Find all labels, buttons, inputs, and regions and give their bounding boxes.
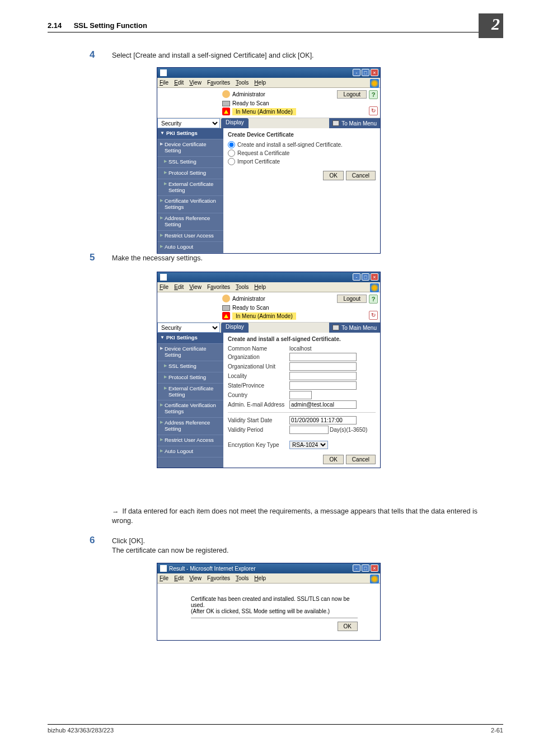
menu-help[interactable]: Help (254, 575, 266, 581)
encryption-select[interactable]: RSA-1024 (289, 441, 328, 449)
step-5-note: →If data entered for each item does not … (112, 507, 489, 526)
menu-view[interactable]: View (189, 284, 202, 290)
section-select[interactable]: Security (157, 323, 220, 333)
content-title: Create Device Certificate (228, 132, 376, 138)
tab-display[interactable]: Display (221, 323, 249, 333)
printer-icon (222, 305, 230, 311)
arrow-icon: → (112, 507, 119, 517)
footer-page: 2-61 (491, 727, 503, 734)
page-footer: bizhub 423/363/283/223 2-61 (48, 724, 503, 734)
refresh-icon[interactable]: ↻ (369, 106, 378, 115)
sidebar-pki-settings[interactable]: PKI Settings (157, 333, 223, 344)
state-input[interactable] (289, 381, 357, 390)
refresh-icon[interactable]: ↻ (369, 311, 378, 320)
sidebar-cert-verification[interactable]: Certificate Verification Settings (157, 196, 223, 213)
form-title: Create and install a self-signed Certifi… (228, 336, 376, 342)
result-ok-button[interactable]: OK (338, 622, 358, 631)
sidebar-address-reference[interactable]: Address Reference Setting (157, 213, 223, 231)
encryption-label: Encryption Key Type (228, 442, 289, 448)
organization-input[interactable] (289, 353, 357, 361)
ou-input[interactable] (289, 362, 357, 371)
start-date-input[interactable] (289, 416, 357, 424)
radio-import-cert[interactable]: Import Certificate (228, 158, 376, 165)
menu-tools[interactable]: Tools (236, 284, 249, 290)
email-label: Admin. E-mail Address (228, 402, 289, 408)
sidebar-pki-settings[interactable]: PKI Settings (157, 128, 223, 139)
menu-favorites[interactable]: Favorites (207, 284, 230, 290)
email-input[interactable] (289, 400, 357, 409)
to-main-menu-label: To Main Menu (341, 120, 377, 127)
cancel-button[interactable]: Cancel (346, 171, 376, 180)
close-button[interactable]: × (371, 273, 378, 281)
help-icon[interactable]: ? (369, 295, 378, 304)
menu-view[interactable]: View (189, 575, 202, 581)
help-icon[interactable]: ? (369, 90, 378, 99)
sidebar-restrict-user[interactable]: Restrict User Access (157, 435, 223, 446)
sidebar-ssl-setting[interactable]: SSL Setting (157, 157, 223, 168)
to-main-menu-button[interactable]: To Main Menu (329, 118, 380, 128)
status-ready: Ready to Scan (232, 100, 269, 106)
minimize-button[interactable]: ‐ (353, 564, 360, 572)
sidebar-external-cert-setting[interactable]: External Certificate Setting (157, 179, 223, 197)
section-select[interactable]: Security (157, 118, 220, 128)
maximize-button[interactable]: □ (362, 69, 369, 76)
warning-icon (222, 108, 230, 115)
panel-top: Administrator Logout ? Ready to Scan In … (157, 292, 380, 323)
mode-banner: In Menu (Admin Mode) (232, 312, 296, 320)
country-input[interactable] (289, 391, 312, 399)
minimize-button[interactable]: ‐ (353, 69, 360, 76)
menu-edit[interactable]: Edit (174, 284, 184, 290)
radio-request-cert[interactable]: Request a Certificate (228, 150, 376, 157)
footer-model: bizhub 423/363/283/223 (48, 727, 114, 734)
minimize-button[interactable]: ‐ (353, 273, 360, 281)
menu-tools[interactable]: Tools (236, 80, 249, 86)
ok-button[interactable]: OK (323, 171, 343, 180)
content-create-cert: Create Device Certificate Create and ins… (223, 128, 380, 253)
close-button[interactable]: × (371, 69, 378, 76)
locality-input[interactable] (289, 372, 357, 380)
divider (228, 412, 376, 413)
menu-help[interactable]: Help (254, 80, 266, 86)
menu-bar: File Edit View Favorites Tools Help (157, 573, 380, 584)
maximize-button[interactable]: □ (362, 273, 369, 281)
to-main-menu-button[interactable]: To Main Menu (329, 323, 380, 333)
menu-help[interactable]: Help (254, 284, 266, 290)
validity-period-input[interactable] (289, 426, 329, 434)
sidebar-device-cert-setting[interactable]: Device Certificate Setting (157, 344, 223, 361)
sidebar-auto-logout[interactable]: Auto Logout (157, 242, 223, 253)
menu-tools[interactable]: Tools (236, 575, 249, 581)
menu-edit[interactable]: Edit (174, 80, 184, 86)
sidebar-protocol-setting[interactable]: Protocol Setting (157, 168, 223, 179)
sidebar-protocol-setting[interactable]: Protocol Setting (157, 372, 223, 384)
menu-file[interactable]: File (160, 284, 168, 290)
sidebar-external-cert-setting[interactable]: External Certificate Setting (157, 384, 223, 401)
sidebar-cert-verification[interactable]: Certificate Verification Settings (157, 400, 223, 418)
step-6-text: Click [OK]. The certificate can now be r… (112, 536, 489, 556)
maximize-button[interactable]: □ (362, 564, 369, 572)
logout-button[interactable]: Logout (337, 295, 367, 303)
tab-display[interactable]: Display (221, 118, 249, 128)
close-button[interactable]: × (371, 564, 378, 572)
sidebar-address-reference[interactable]: Address Reference Setting (157, 418, 223, 435)
common-name-value: localhost (289, 346, 311, 352)
logout-button[interactable]: Logout (337, 90, 367, 99)
step-5-number: 5 (90, 252, 95, 263)
menu-favorites[interactable]: Favorites (207, 575, 230, 581)
menu-file[interactable]: File (160, 575, 168, 581)
radio-create-self-signed[interactable]: Create and install a self-signed Certifi… (228, 141, 376, 148)
menu-file[interactable]: FFileile (160, 80, 168, 86)
main-menu-icon (332, 120, 339, 126)
window-titlebar: ‐ □ × (157, 68, 380, 78)
menu-edit[interactable]: Edit (174, 575, 184, 581)
menu-favorites[interactable]: Favorites (207, 80, 230, 86)
sidebar-restrict-user[interactable]: Restrict User Access (157, 231, 223, 242)
sidebar-ssl-setting[interactable]: SSL Setting (157, 361, 223, 372)
ie-logo-icon (370, 283, 379, 292)
sidebar-auto-logout[interactable]: Auto Logout (157, 446, 223, 458)
ok-button[interactable]: OK (323, 455, 343, 464)
menu-view[interactable]: View (189, 80, 202, 86)
cancel-button[interactable]: Cancel (346, 455, 376, 464)
browser-window-1: ‐ □ × FFileile Edit View Favorites Tools… (157, 67, 381, 254)
sidebar-device-cert-setting[interactable]: Device Certificate Setting (157, 139, 223, 157)
chapter-flag: 2 (479, 13, 503, 38)
